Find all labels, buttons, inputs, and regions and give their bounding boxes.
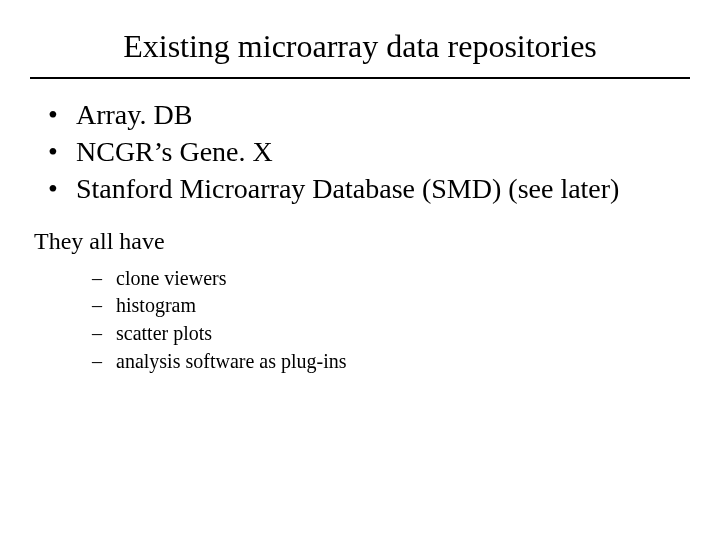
subheading: They all have bbox=[34, 228, 690, 255]
list-item: Array. DB bbox=[48, 97, 690, 134]
slide-title: Existing microarray data repositories bbox=[30, 28, 690, 77]
list-item: histogram bbox=[92, 292, 690, 320]
list-item: clone viewers bbox=[92, 265, 690, 293]
list-item: NCGR’s Gene. X bbox=[48, 134, 690, 171]
list-item: Stanford Microarray Database (SMD) (see … bbox=[48, 171, 690, 208]
main-bullet-list: Array. DB NCGR’s Gene. X Stanford Microa… bbox=[30, 97, 690, 208]
title-underline bbox=[30, 77, 690, 79]
list-item: scatter plots bbox=[92, 320, 690, 348]
list-item: analysis software as plug-ins bbox=[92, 348, 690, 376]
sub-bullet-list: clone viewers histogram scatter plots an… bbox=[30, 265, 690, 375]
